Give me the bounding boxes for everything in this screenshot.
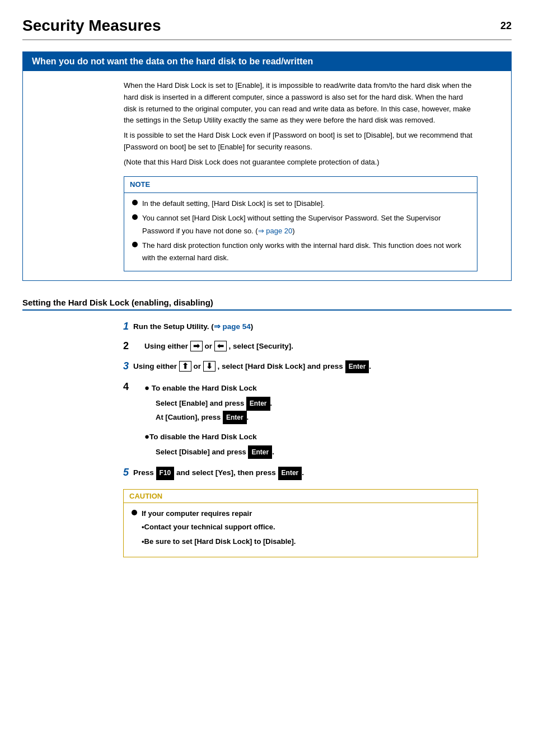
step3-content: Using either ⬆ or ⬇ , select [Hard Disk … xyxy=(133,360,371,373)
note-label: NOTE xyxy=(124,177,477,194)
page-header: Security Measures 22 xyxy=(22,17,512,40)
bullet-icon-caution xyxy=(132,510,137,515)
arrow-left-icon: ⬅ xyxy=(214,341,227,351)
note-link-page20[interactable]: ⇒ page 20 xyxy=(258,227,293,235)
step-5: 5 Press F10 and select [Yes], then press… xyxy=(123,467,478,480)
disable-block: ●To disable the Hard Disk Lock Select [D… xyxy=(144,430,274,459)
note-item-3: The hard disk protection function only w… xyxy=(132,240,469,264)
bullet-icon xyxy=(132,242,138,247)
enter-key-disable: Enter xyxy=(248,445,272,459)
note-item-2: You cannot set [Hard Disk Lock] without … xyxy=(132,212,469,237)
step-4: 4 ● To enable the Hard Disk Lock Select … xyxy=(123,381,478,459)
caution-label: CAUTION xyxy=(124,490,477,503)
caution-item-1: If your computer requires repair Contact… xyxy=(132,508,470,550)
enable-indent: Select [Enable] and press Enter. At [Cau… xyxy=(156,397,274,424)
steps-area: 1 Run the Setup Utility. (⇒ page 54) 2 U… xyxy=(22,321,512,557)
step1-link[interactable]: ⇒ page 54 xyxy=(214,322,251,331)
section1-content: When the Hard Disk Lock is set to [Enabl… xyxy=(23,71,511,280)
note-box: NOTE In the default setting, [Hard Disk … xyxy=(124,176,477,271)
section1-para1: When the Hard Disk Lock is set to [Enabl… xyxy=(124,80,477,126)
enable-label: ● To enable the Hard Disk Lock xyxy=(144,381,274,395)
bullet-icon xyxy=(132,200,138,205)
note-content: In the default setting, [Hard Disk Lock]… xyxy=(124,193,477,270)
enter-key-enable: Enter xyxy=(246,397,270,410)
step2-content: Using either ➡ or ⬅ , select [Security]. xyxy=(144,340,293,353)
caution-sub-2: Be sure to set [Hard Disk Lock] to [Disa… xyxy=(142,536,296,548)
bullet-circle-disable: ● xyxy=(144,431,149,441)
enter-key-5: Enter xyxy=(278,467,302,480)
section1-box: When you do not want the data on the har… xyxy=(22,51,512,281)
step3-num: 3 xyxy=(123,360,129,372)
enter-key-caution: Enter xyxy=(223,411,247,424)
enter-key-3: Enter xyxy=(345,360,369,373)
caution-box: CAUTION If your computer requires repair… xyxy=(123,489,478,557)
arrow-right-icon: ➡ xyxy=(190,341,203,351)
disable-indent: Select [Disable] and press Enter. xyxy=(156,445,274,459)
note-item-1: In the default setting, [Hard Disk Lock]… xyxy=(132,198,469,210)
caution-sub-list: Contact your technical support office. B… xyxy=(142,521,296,548)
arrow-down-icon: ⬇ xyxy=(203,361,216,372)
arrow-up-icon: ⬆ xyxy=(179,361,191,372)
step-1: 1 Run the Setup Utility. (⇒ page 54) xyxy=(123,321,478,333)
disable-label: ●To disable the Hard Disk Lock xyxy=(144,430,274,443)
step-3: 3 Using either ⬆ or ⬇ , select [Hard Dis… xyxy=(123,360,478,373)
step4-content: ● To enable the Hard Disk Lock Select [E… xyxy=(144,381,274,459)
section2-block: Setting the Hard Disk Lock (enabling, di… xyxy=(22,294,512,557)
step2-num: 2 xyxy=(123,340,140,352)
f10-key: F10 xyxy=(156,467,175,480)
section1-header: When you do not want the data on the har… xyxy=(23,52,511,71)
step1-num: 1 xyxy=(123,321,129,332)
step5-content: Press F10 and select [Yes], then press E… xyxy=(133,467,304,480)
caution-content: If your computer requires repair Contact… xyxy=(124,503,477,557)
step4-num: 4 xyxy=(123,381,140,393)
page-title: Security Measures xyxy=(22,17,161,35)
bullet-icon xyxy=(132,214,138,220)
page-number: 22 xyxy=(500,20,512,32)
section2-header: Setting the Hard Disk Lock (enabling, di… xyxy=(22,294,512,311)
section1-para2: It is possible to set the Hard Disk Lock… xyxy=(124,130,477,153)
section1-para3: (Note that this Hard Disk Lock does not … xyxy=(124,157,477,168)
bullet-circle-enable: ● xyxy=(144,383,149,392)
step1-content: Run the Setup Utility. (⇒ page 54) xyxy=(133,321,253,333)
step-2: 2 Using either ➡ or ⬅ , select [Security… xyxy=(123,340,478,353)
step5-num: 5 xyxy=(123,467,129,478)
caution-bold-text: If your computer requires repair xyxy=(142,509,252,518)
caution-sub-1: Contact your technical support office. xyxy=(142,521,296,533)
